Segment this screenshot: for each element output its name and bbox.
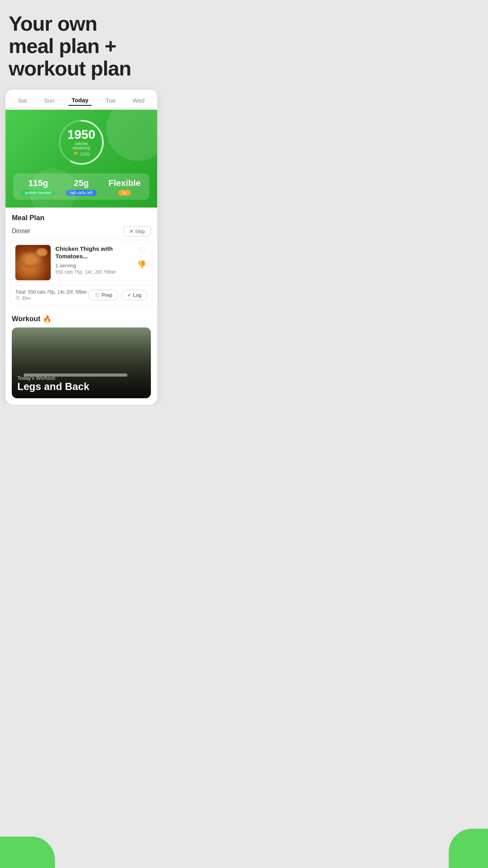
recipe-time: ⏱ 30m xyxy=(15,296,87,301)
meal-plan-title: Meal Plan xyxy=(6,208,157,224)
macro-protein-label: protein needed xyxy=(21,190,55,196)
macro-fat: Flexible fat xyxy=(103,178,146,196)
tab-wed[interactable]: Wed xyxy=(130,96,148,105)
recipe-serving: 1 serving xyxy=(55,263,130,268)
workout-section: Workout 🔥 Today's Workout: Legs and Back xyxy=(6,310,157,398)
tab-sat[interactable]: Sat xyxy=(15,96,30,105)
macro-protein-value: 115g xyxy=(17,178,60,188)
recipe-main: Chicken Thighs with Tomatoes... 1 servin… xyxy=(11,240,152,285)
skip-button[interactable]: ✕ Skip xyxy=(123,226,151,237)
dislike-button[interactable]: 👎 xyxy=(136,259,147,270)
calories-circle: 1950 calories remaining 🏆 1200 xyxy=(56,117,107,168)
macro-carbs: 25g net carbs left xyxy=(60,178,103,196)
workout-label: Workout xyxy=(12,315,40,323)
calories-banner: 1950 calories remaining 🏆 1200 115g prot… xyxy=(6,110,157,208)
recipe-card: Chicken Thighs with Tomatoes... 1 servin… xyxy=(10,240,152,305)
footer-actions: 🍴 Prep ✓ Log xyxy=(88,290,147,300)
workout-name: Legs and Back xyxy=(17,381,145,393)
fire-icon: 🔥 xyxy=(43,315,51,324)
workout-subtitle: Today's Workout: xyxy=(17,375,145,381)
meal-type: Dinner xyxy=(12,228,30,235)
tab-tue[interactable]: Tue xyxy=(103,96,119,105)
workout-title: Workout 🔥 xyxy=(12,315,151,324)
calories-value: 1950 xyxy=(67,128,95,140)
tab-sun[interactable]: Sun xyxy=(41,96,58,105)
workout-overlay: Today's Workout: Legs and Back xyxy=(12,370,151,398)
recipe-image xyxy=(15,245,51,280)
macro-fat-value: Flexible xyxy=(103,178,146,188)
macros-row: 115g protein needed 25g net carbs left F… xyxy=(13,173,149,200)
macro-carbs-value: 25g xyxy=(60,178,103,188)
meal-header: Dinner ✕ Skip xyxy=(6,224,157,240)
main-card: Sat Sun Today Tue Wed 1950 calories rema… xyxy=(6,90,157,405)
tab-today[interactable]: Today xyxy=(68,95,92,106)
log-button[interactable]: ✓ Log xyxy=(121,290,147,300)
calories-goal: 🏆 1200 xyxy=(67,151,95,156)
recipe-info: Chicken Thighs with Tomatoes... 1 servin… xyxy=(55,245,130,275)
hero-title: Your own meal plan + workout plan xyxy=(0,0,163,90)
day-tabs: Sat Sun Today Tue Wed xyxy=(6,90,157,110)
recipe-footer-left: Total: 550 cals 75p, 14c,20f, 5fiber ⏱ 3… xyxy=(15,289,87,301)
recipe-total: Total: 550 cals 75p, 14c,20f, 5fiber xyxy=(15,289,87,295)
clock-icon: ⏱ xyxy=(15,296,20,301)
calories-label: calories remaining xyxy=(67,141,95,150)
macro-carbs-label: net carbs left xyxy=(66,190,96,196)
recipe-footer: Total: 550 cals 75p, 14c,20f, 5fiber ⏱ 3… xyxy=(11,285,152,305)
recipe-actions: ♡ 👎 xyxy=(136,245,147,270)
favorite-button[interactable]: ♡ xyxy=(138,245,146,256)
recipe-macros: 550 cals 75p, 14c, 20f, 5fiber xyxy=(55,269,130,275)
recipe-title: Chicken Thighs with Tomatoes... xyxy=(55,245,130,260)
macro-fat-label: fat xyxy=(118,190,130,196)
workout-image[interactable]: Today's Workout: Legs and Back xyxy=(12,327,151,398)
macro-protein: 115g protein needed xyxy=(17,178,60,196)
prep-button[interactable]: 🍴 Prep xyxy=(88,290,118,300)
